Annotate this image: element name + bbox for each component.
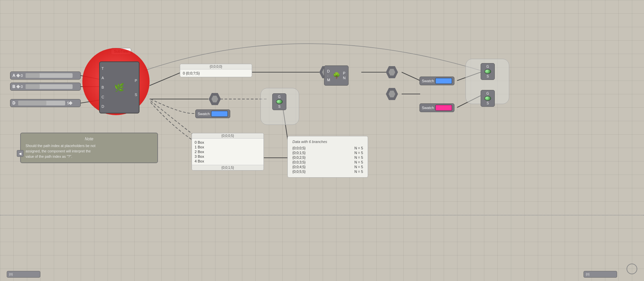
data-list-bottom-node: {0;0;0;5} 0 Box 1 Box 2 Box 3 Box 4 Box …	[192, 133, 264, 171]
hex-node-3[interactable]	[386, 66, 398, 78]
data-list-top-node: {0;0;0;0} 0 {0;0;?;5}	[180, 64, 252, 77]
hex-node-1[interactable]	[209, 93, 221, 105]
swatch-color-2	[435, 78, 452, 84]
slider-a[interactable]	[26, 73, 73, 78]
data-list-top-header: {0;0;0;0}	[180, 64, 252, 69]
input-d-node[interactable]: D 5	[10, 99, 81, 107]
dm-tree-icon: 🌳	[333, 72, 340, 79]
data-list-bottom-footer: {0;0;1;5}	[192, 165, 264, 170]
data-list-bottom-body: 0 Box 1 Box 2 Box 3 Box 4 Box	[192, 139, 264, 165]
left-collapse-arrow[interactable]: ◀	[17, 150, 24, 157]
subtree-left-ports: T A B C D	[102, 64, 104, 111]
canvas: SubTree A 0 B 0 D 5 T A	[0, 0, 644, 281]
diamond-icon-d	[69, 101, 72, 105]
list-item: 1 Box	[195, 145, 261, 149]
gs-sphere-br	[484, 96, 491, 101]
hex-inner-1	[211, 96, 218, 102]
branches-row-1: {0;0;1;5} N = 5	[292, 150, 363, 155]
swatch-node-1[interactable]: Swatch	[195, 109, 230, 118]
input-b-node[interactable]: B 0	[10, 83, 81, 91]
svg-line-0	[150, 72, 182, 86]
gs-sphere-tr	[484, 69, 491, 74]
svg-line-5	[402, 72, 420, 81]
bottom-status-right: {0}	[583, 271, 617, 278]
data-list-bottom-header: {0;0;0;5}	[192, 133, 264, 139]
branches-row-0: {0;0;0;5} N = 5	[292, 146, 363, 150]
branches-row-3: {0;0;3;5} N = 5	[292, 160, 363, 165]
note-node: Note Should the path index at placeholde…	[20, 133, 158, 163]
list-item: 0 Box	[195, 140, 261, 145]
swatch-node-2[interactable]: Swatch	[419, 77, 454, 85]
bottom-divider	[0, 215, 644, 216]
list-item: 4 Box	[195, 159, 261, 163]
slider-b[interactable]	[26, 84, 73, 89]
tree-icon: 🌿	[114, 83, 124, 92]
subtree-box[interactable]: T A B C D 🌿 P S	[99, 61, 139, 113]
list-item: 3 Box	[195, 154, 261, 159]
diamond-icon-a	[16, 74, 20, 77]
swatch-node-3[interactable]: Swatch	[419, 103, 454, 112]
branches-row-5: {0;0;5;5} N = 5	[292, 169, 363, 174]
dm-pn-node[interactable]: D ↓ M 🌳 P N	[324, 65, 349, 86]
hex-inner-4	[389, 91, 395, 97]
branches-row-2: {0;0;2;5} N = 5	[292, 155, 363, 160]
subtree-right-ports: P S	[135, 64, 137, 111]
swatch-color-1	[211, 111, 228, 117]
slider-d[interactable]	[18, 101, 65, 105]
note-title: Note	[26, 137, 153, 141]
gs-node-top-right[interactable]: G S	[481, 63, 495, 80]
data-list-top-row0: 0 {0;0;?;5}	[183, 71, 249, 76]
branches-row-4: {0;0;4;5} N = 5	[292, 165, 363, 169]
list-item: 2 Box	[195, 149, 261, 154]
corner-icon	[627, 264, 637, 274]
branches-title: Data with 6 branches	[292, 140, 363, 144]
gs-node-middle[interactable]: G S	[272, 93, 286, 110]
gs-sphere-middle	[276, 99, 283, 104]
input-a-node[interactable]: A 0	[10, 72, 81, 80]
gs-node-bottom-right[interactable]: G S	[481, 90, 495, 107]
note-text: Should the path index at placeholders be…	[26, 143, 153, 159]
diamond-icon-b	[16, 85, 20, 88]
branches-node: Data with 6 branches {0;0;0;5} N = 5 {0;…	[287, 136, 368, 178]
hex-inner-3	[389, 69, 395, 76]
bottom-status-left: {0}	[7, 271, 40, 278]
hex-node-4[interactable]	[386, 88, 398, 100]
swatch-color-3	[435, 105, 452, 111]
data-list-top-body: 0 {0;0;?;5}	[180, 69, 252, 77]
